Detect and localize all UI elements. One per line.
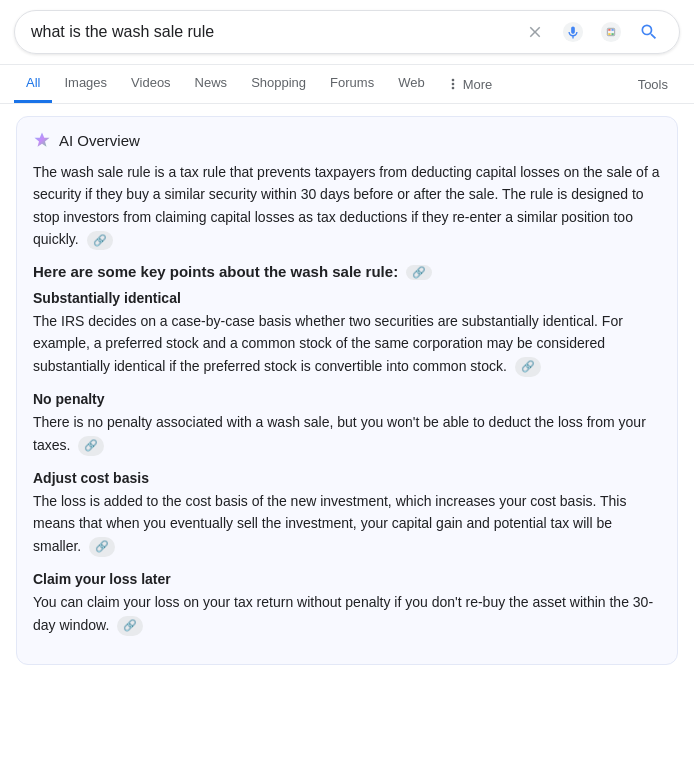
- key-point-2-title: No penalty: [33, 391, 661, 407]
- kp3-source-chip[interactable]: 🔗: [89, 537, 115, 557]
- clear-button[interactable]: [521, 18, 549, 46]
- key-point-2-text: There is no penalty associated with a wa…: [33, 411, 661, 456]
- tab-shopping[interactable]: Shopping: [239, 65, 318, 103]
- key-point-2: No penalty There is no penalty associate…: [33, 391, 661, 456]
- ai-overview-icon: [33, 131, 51, 149]
- section-source-chip[interactable]: 🔗: [406, 265, 432, 280]
- tab-news[interactable]: News: [183, 65, 240, 103]
- tab-videos[interactable]: Videos: [119, 65, 183, 103]
- tab-forums[interactable]: Forums: [318, 65, 386, 103]
- tab-images[interactable]: Images: [52, 65, 119, 103]
- key-point-4-title: Claim your loss later: [33, 571, 661, 587]
- ai-overview-box: AI Overview The wash sale rule is a tax …: [16, 116, 678, 665]
- intro-source-chip[interactable]: 🔗: [87, 231, 113, 251]
- search-bar-container: [0, 0, 694, 65]
- mic-icon: [562, 21, 584, 43]
- voice-search-button[interactable]: [559, 18, 587, 46]
- more-tabs-button[interactable]: More: [437, 66, 501, 102]
- kp1-source-chip[interactable]: 🔗: [515, 357, 541, 377]
- search-icon: [639, 22, 659, 42]
- key-point-1-title: Substantially identical: [33, 290, 661, 306]
- tools-button[interactable]: Tools: [626, 67, 680, 102]
- lens-icon: [600, 21, 622, 43]
- close-icon: [526, 23, 544, 41]
- tab-all[interactable]: All: [14, 65, 52, 103]
- tab-web[interactable]: Web: [386, 65, 437, 103]
- key-points-heading: Here are some key points about the wash …: [33, 263, 661, 281]
- key-point-3-title: Adjust cost basis: [33, 470, 661, 486]
- key-point-4-text: You can claim your loss on your tax retu…: [33, 591, 661, 636]
- search-input[interactable]: [31, 23, 521, 41]
- search-bar[interactable]: [14, 10, 680, 54]
- svg-point-1: [601, 22, 621, 42]
- kp4-source-chip[interactable]: 🔗: [117, 616, 143, 636]
- svg-marker-3: [35, 133, 50, 147]
- ai-overview-title: AI Overview: [59, 132, 140, 149]
- key-point-4: Claim your loss later You can claim your…: [33, 571, 661, 636]
- ai-overview-header: AI Overview: [33, 131, 661, 149]
- key-point-3-text: The loss is added to the cost basis of t…: [33, 490, 661, 557]
- tabs-container: All Images Videos News Shopping Forums W…: [0, 65, 694, 104]
- more-dots-icon: [445, 76, 461, 92]
- lens-button[interactable]: [597, 18, 625, 46]
- search-button[interactable]: [635, 18, 663, 46]
- search-bar-icons: [521, 18, 663, 46]
- key-point-1: Substantially identical The IRS decides …: [33, 290, 661, 377]
- key-point-3: Adjust cost basis The loss is added to t…: [33, 470, 661, 557]
- main-content: AI Overview The wash sale rule is a tax …: [0, 104, 694, 677]
- key-point-1-text: The IRS decides on a case-by-case basis …: [33, 310, 661, 377]
- kp2-source-chip[interactable]: 🔗: [78, 436, 104, 456]
- ai-intro-text: The wash sale rule is a tax rule that pr…: [33, 161, 661, 251]
